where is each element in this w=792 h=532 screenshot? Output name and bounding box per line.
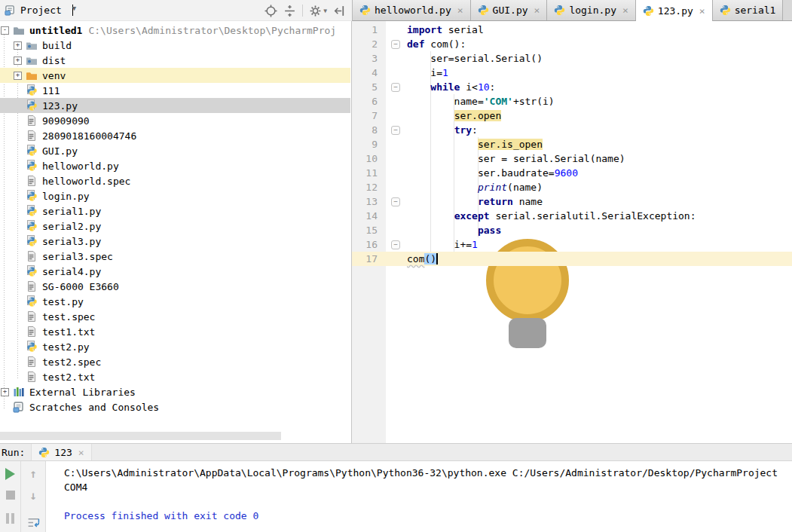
- up-stack-trace-button[interactable]: ↑: [29, 468, 37, 480]
- fold-marker-icon[interactable]: −: [391, 240, 400, 249]
- line-number[interactable]: 1: [352, 23, 386, 37]
- project-panel-title[interactable]: Project ▼: [5, 5, 73, 16]
- line-number[interactable]: 8: [352, 123, 386, 137]
- tree-item[interactable]: +External Libraries: [0, 384, 350, 399]
- line-number[interactable]: 15: [352, 223, 386, 237]
- line-number[interactable]: 7: [352, 109, 386, 123]
- code-line[interactable]: 6 name='COM'+str(i): [352, 94, 792, 109]
- rerun-button[interactable]: [5, 468, 15, 480]
- tree-toggle-icon[interactable]: +: [14, 72, 22, 80]
- code-line[interactable]: 7 ser.open: [352, 109, 792, 123]
- stop-button[interactable]: [6, 491, 15, 500]
- tree-item[interactable]: test2.spec: [0, 354, 350, 369]
- tree-item[interactable]: +dist: [0, 53, 350, 68]
- settings-gear-icon[interactable]: [309, 5, 322, 17]
- code-line[interactable]: 15 pass: [352, 223, 792, 237]
- line-number[interactable]: 6: [352, 94, 386, 109]
- line-number[interactable]: 10: [352, 151, 386, 166]
- tree-item[interactable]: +venv: [0, 68, 350, 83]
- line-number[interactable]: 9: [352, 137, 386, 151]
- fold-marker-icon[interactable]: −: [391, 83, 400, 92]
- tree-item[interactable]: serial4.py: [0, 264, 350, 279]
- tree-toggle-icon[interactable]: +: [14, 41, 22, 50]
- fold-marker-icon[interactable]: −: [391, 197, 400, 206]
- code-line[interactable]: 5− while i<10:: [352, 80, 792, 94]
- tab-close-icon[interactable]: ×: [699, 5, 705, 17]
- soft-wrap-icon[interactable]: [27, 516, 40, 529]
- tree-item[interactable]: helloworld.py: [0, 158, 350, 173]
- tree-item[interactable]: Scratches and Consoles: [0, 399, 350, 414]
- run-tab[interactable]: 123 ×: [31, 444, 91, 460]
- code-line[interactable]: 9 ser.is_open: [352, 137, 792, 151]
- collapse-all-icon[interactable]: [283, 5, 296, 17]
- code-line[interactable]: 14 except serial.serialutil.SerialExcept…: [352, 209, 792, 223]
- line-number[interactable]: 5: [352, 80, 386, 94]
- tree-item[interactable]: GUI.py: [0, 143, 350, 158]
- tree-item[interactable]: test2.py: [0, 339, 350, 354]
- python-file-icon: [26, 220, 38, 232]
- tree-item[interactable]: test.spec: [0, 309, 350, 324]
- tab-close-icon[interactable]: ×: [78, 447, 84, 458]
- line-number[interactable]: 13: [352, 194, 386, 209]
- tab-close-icon[interactable]: ×: [534, 5, 540, 16]
- code-line[interactable]: 4 i=1: [352, 66, 792, 80]
- tree-item[interactable]: serial3.spec: [0, 249, 350, 264]
- code-line[interactable]: 16− i+=1: [352, 237, 792, 252]
- tree-item[interactable]: +build: [0, 38, 350, 53]
- tree-item[interactable]: 123.py: [0, 98, 350, 113]
- editor-tab[interactable]: 123.py×: [636, 0, 713, 21]
- line-number[interactable]: 14: [352, 209, 386, 223]
- editor-tab[interactable]: helloworld.py×: [353, 0, 471, 20]
- line-number[interactable]: 17: [352, 252, 386, 266]
- fold-marker-icon[interactable]: −: [391, 126, 400, 135]
- code-line[interactable]: 3 ser=serial.Serial(): [352, 51, 792, 66]
- pause-button[interactable]: [6, 513, 14, 524]
- editor-tab[interactable]: GUI.py×: [471, 0, 548, 20]
- tab-close-icon[interactable]: ×: [457, 5, 463, 16]
- fold-marker-icon[interactable]: −: [391, 40, 400, 49]
- tree-toggle-icon[interactable]: +: [14, 57, 22, 65]
- tree-toggle-icon[interactable]: +: [1, 388, 9, 396]
- line-number[interactable]: 11: [352, 166, 386, 180]
- run-console[interactable]: C:\Users\Administrator\AppData\Local\Pro…: [46, 461, 792, 532]
- tree-item[interactable]: -untitled1C:\Users\Administrator\Desktop…: [0, 23, 350, 38]
- code-line[interactable]: 2−def com():: [352, 37, 792, 51]
- code-line[interactable]: 12 print(name): [352, 180, 792, 194]
- tree-item[interactable]: test2.txt: [0, 369, 350, 384]
- tree-item[interactable]: login.py: [0, 188, 350, 203]
- tree-item[interactable]: serial1.py: [0, 203, 350, 219]
- line-number[interactable]: 16: [352, 237, 386, 252]
- tree-item[interactable]: SG-6000 E3660: [0, 279, 350, 294]
- tree-item[interactable]: serial3.py: [0, 234, 350, 249]
- horizontal-scrollbar[interactable]: [0, 432, 281, 440]
- code-line[interactable]: 10 ser = serial.Serial(name): [352, 151, 792, 166]
- tab-close-icon[interactable]: ×: [622, 5, 628, 16]
- code-line[interactable]: 1import serial: [352, 23, 792, 37]
- project-tree-panel[interactable]: -untitled1C:\Users\Administrator\Desktop…: [0, 21, 352, 443]
- editor-tab[interactable]: login.py×: [547, 0, 635, 20]
- tree-item[interactable]: 2809018160004746: [0, 128, 350, 143]
- tree-item[interactable]: test.py: [0, 294, 350, 309]
- tree-item[interactable]: test1.txt: [0, 324, 350, 339]
- code-editor[interactable]: 1import serial2−def com():3 ser=serial.S…: [352, 21, 792, 443]
- tree-item[interactable]: 111: [0, 83, 350, 98]
- code-line[interactable]: 17com(): [352, 252, 792, 266]
- down-stack-trace-button[interactable]: ↓: [29, 490, 37, 502]
- tree-item[interactable]: helloworld.spec: [0, 173, 350, 188]
- code-line[interactable]: 11 ser.baudrate=9600: [352, 166, 792, 180]
- python-file-icon: [26, 235, 38, 247]
- hide-panel-icon[interactable]: [333, 5, 346, 17]
- intention-bulb-icon[interactable]: [414, 239, 425, 250]
- locate-file-icon[interactable]: [265, 5, 277, 17]
- editor-tab[interactable]: serial1: [713, 0, 784, 20]
- line-number[interactable]: 4: [352, 66, 386, 80]
- tree-item[interactable]: serial2.py: [0, 219, 350, 234]
- line-number[interactable]: 12: [352, 180, 386, 194]
- console-line: [64, 494, 792, 509]
- code-line[interactable]: 8− try:: [352, 123, 792, 137]
- line-number[interactable]: 3: [352, 51, 386, 66]
- line-number[interactable]: 2: [352, 37, 386, 51]
- tree-toggle-icon[interactable]: -: [1, 26, 9, 35]
- code-line[interactable]: 13− return name: [352, 194, 792, 209]
- tree-item[interactable]: 90909090: [0, 113, 350, 128]
